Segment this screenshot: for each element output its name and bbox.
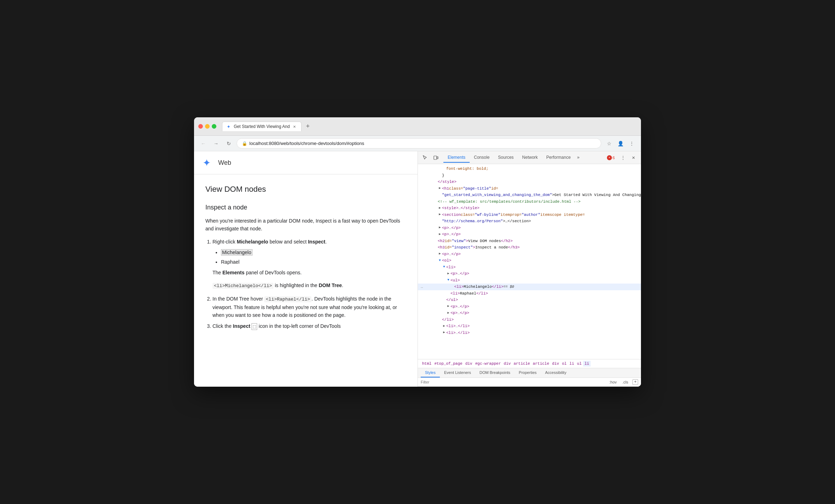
dom-line[interactable]: font-weight: bold; — [418, 166, 641, 172]
back-button[interactable]: ← — [198, 139, 208, 149]
profile-icon[interactable]: 👤 — [615, 139, 625, 149]
breadcrumb-ul[interactable]: ul — [576, 361, 583, 366]
site-name: Web — [218, 159, 231, 167]
breadcrumb-top-of-page[interactable]: #top_of_page — [433, 361, 464, 366]
dom-line[interactable]: } — [418, 172, 641, 179]
url-bar[interactable]: 🔒 localhost:8080/web/tools/chrome-devtoo… — [237, 138, 601, 149]
breadcrumb-ol[interactable]: ol — [560, 361, 568, 366]
main-area: ✦ Web View DOM nodes Inspect a node When… — [194, 151, 641, 387]
page-subheading: Inspect a node — [205, 202, 406, 213]
dom-line[interactable]: </style> — [418, 179, 641, 185]
breadcrumb-article2[interactable]: article — [531, 361, 551, 366]
tab-styles[interactable]: Styles — [421, 368, 440, 377]
devtools-menu-button[interactable]: ⋮ — [618, 153, 627, 162]
dom-line[interactable]: "get_started_with_viewing_and_changing_t… — [418, 192, 641, 198]
dom-line[interactable]: </ul> — [418, 297, 641, 303]
active-tab[interactable]: ✦ Get Started With Viewing And ✕ — [222, 122, 302, 131]
breadcrumb-gc-wrapper[interactable]: #gc-wrapper — [474, 361, 502, 366]
dom-line[interactable]: </li> — [418, 317, 641, 323]
traffic-lights — [198, 124, 216, 129]
page-paragraph1: When you're interested in a particular D… — [205, 217, 406, 233]
filter-input[interactable] — [421, 380, 605, 384]
sub-list-1: Michelangelo Raphael — [212, 248, 406, 266]
bottom-panel-tabs: Styles Event Listeners DOM Breakpoints P… — [418, 368, 641, 378]
inspect-element-icon[interactable] — [421, 153, 430, 162]
dom-line[interactable]: <h2 id="view" >View DOM nodes</h2> — [418, 238, 641, 245]
breadcrumb-li[interactable]: li — [568, 361, 575, 366]
hov-filter-button[interactable]: :hov — [608, 379, 618, 385]
dom-line-michelangelo[interactable]: … <li>Michelangelo</li> == $0 — [418, 284, 641, 290]
page-body: View DOM nodes Inspect a node When you'r… — [194, 174, 418, 343]
dom-tree[interactable]: font-weight: bold; } </style> ▶ <h1 — [418, 164, 641, 359]
breadcrumb-div2[interactable]: div — [502, 361, 512, 366]
dom-line-raphael[interactable]: <li>Raphael</li> — [418, 290, 641, 297]
error-count: 6 — [613, 156, 615, 160]
note-1: The Elements panel of DevTools opens. — [212, 269, 406, 276]
dom-line[interactable]: ▼ <ul> — [418, 277, 641, 284]
dom-line[interactable]: "http://schema.org/Person">…</section> — [418, 218, 641, 225]
dom-line[interactable]: ▶ <style> … </style> — [418, 205, 641, 212]
device-toolbar-icon[interactable] — [431, 153, 441, 162]
note-2: <li>Michelangelo</li> is highlighted in … — [212, 281, 406, 290]
tab-performance[interactable]: Performance — [542, 153, 575, 163]
devtools-more-button[interactable]: » — [575, 154, 582, 162]
error-icon: ✕ — [607, 155, 612, 160]
dom-line[interactable]: ▶ <p> … </p> — [418, 251, 641, 258]
menu-icon[interactable]: ⋮ — [627, 139, 637, 149]
tab-dom-breakpoints[interactable]: DOM Breakpoints — [475, 368, 515, 377]
dom-line[interactable]: ▶ <h1 class="page-title" id= — [418, 185, 641, 192]
devtools-tabs: Elements Console Sources Network Perform… — [442, 153, 603, 163]
tab-sources[interactable]: Sources — [494, 153, 518, 163]
tab-network[interactable]: Network — [518, 153, 542, 163]
instruction-1: Right-click Michelangelo below and selec… — [212, 238, 406, 290]
refresh-button[interactable]: ↻ — [224, 139, 234, 149]
breadcrumb-div1[interactable]: div — [464, 361, 474, 366]
dom-line[interactable]: ▶ <p> … </p> — [418, 225, 641, 231]
devtools-close-button[interactable]: ✕ — [629, 153, 638, 162]
instruction-3: Click the Inspect ⬚ icon in the top-left… — [212, 322, 406, 330]
error-badge: ✕ 6 — [605, 155, 617, 161]
tab-properties[interactable]: Properties — [515, 368, 541, 377]
tab-console[interactable]: Console — [470, 153, 494, 163]
breadcrumb-article1[interactable]: article — [512, 361, 531, 366]
dom-line[interactable]: ▶ <section class="wf-byline" itemprop="a… — [418, 212, 641, 218]
lock-icon: 🔒 — [242, 141, 247, 146]
svg-rect-0 — [434, 156, 437, 159]
tab-accessibility[interactable]: Accessibility — [541, 368, 571, 377]
breadcrumb-html[interactable]: html — [421, 361, 433, 366]
list-item-michelangelo: Michelangelo — [221, 248, 406, 256]
add-style-rule-button[interactable]: + — [632, 379, 638, 385]
devtools-panel: Elements Console Sources Network Perform… — [418, 151, 641, 387]
breadcrumb-li-selected[interactable]: li — [583, 361, 591, 366]
dom-line[interactable]: ▶ <li> … </li> — [418, 330, 641, 336]
breadcrumb-div3[interactable]: div — [551, 361, 560, 366]
forward-button[interactable]: → — [211, 139, 221, 149]
tab-elements[interactable]: Elements — [443, 153, 470, 163]
dom-line[interactable]: ▼ <ol> — [418, 257, 641, 264]
tab-close-button[interactable]: ✕ — [292, 124, 297, 129]
page-heading: View DOM nodes — [205, 183, 406, 195]
dom-line[interactable]: ▶ <p> … </p> — [418, 303, 641, 310]
dom-line[interactable]: <h3 id="inspect" >Inspect a node</h3> — [418, 244, 641, 251]
list-item-raphael: Raphael — [221, 258, 406, 266]
close-traffic-light[interactable] — [198, 124, 203, 129]
inspect-icon: ⬚ — [251, 323, 257, 330]
toolbar-icons: ☆ 👤 ⋮ — [604, 139, 637, 149]
cls-filter-button[interactable]: .cls — [621, 379, 630, 385]
bookmark-icon[interactable]: ☆ — [604, 139, 614, 149]
tab-event-listeners[interactable]: Event Listeners — [440, 368, 475, 377]
instruction-2: In the DOM Tree hover <li>Raphael</li>. … — [212, 295, 406, 319]
devtools-breadcrumb: html #top_of_page div #gc-wrapper div ar… — [418, 359, 641, 368]
dom-line[interactable]: <!-- wf_template: src/templates/contribu… — [418, 198, 641, 205]
address-bar: ← → ↻ 🔒 localhost:8080/web/tools/chrome-… — [194, 136, 641, 151]
browser-window: ✦ Get Started With Viewing And ✕ + ← → ↻… — [194, 117, 641, 387]
dom-line[interactable]: ▼ <li> — [418, 264, 641, 271]
new-tab-button[interactable]: + — [303, 122, 313, 131]
dom-line[interactable]: ▶ <p> … </p> — [418, 231, 641, 238]
dom-line[interactable]: ▶ <li> … </li> — [418, 323, 641, 330]
page-content: ✦ Web View DOM nodes Inspect a node When… — [194, 151, 418, 387]
dom-line[interactable]: ▶ <p> … </p> — [418, 310, 641, 317]
minimize-traffic-light[interactable] — [205, 124, 210, 129]
maximize-traffic-light[interactable] — [212, 124, 216, 129]
dom-line[interactable]: ▶ <p> … </p> — [418, 270, 641, 277]
